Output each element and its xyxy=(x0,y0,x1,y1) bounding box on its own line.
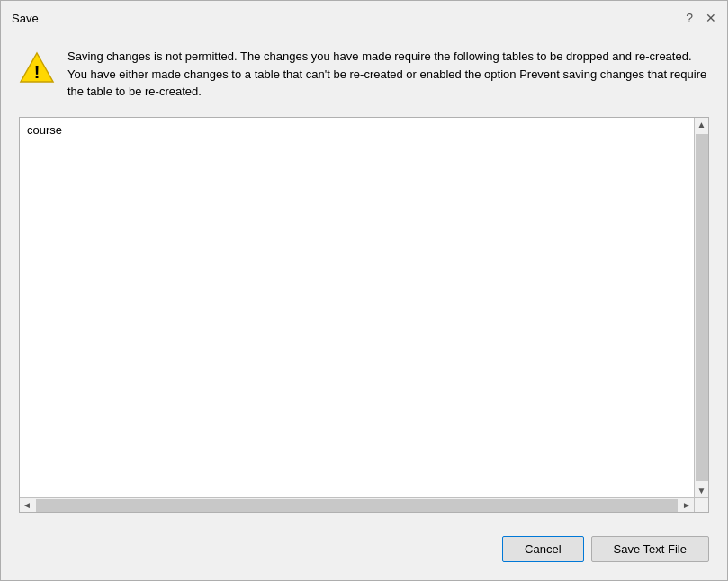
table-list-item: course xyxy=(27,123,701,137)
dialog-footer: Cancel Save Text File xyxy=(1,522,727,580)
svg-text:!: ! xyxy=(34,62,40,82)
table-list-inner: course xyxy=(20,118,708,513)
scroll-thumb-horizontal[interactable] xyxy=(36,499,678,512)
scroll-right-arrow[interactable]: ► xyxy=(679,498,694,513)
close-button[interactable]: ✕ xyxy=(706,12,716,24)
scroll-up-arrow[interactable]: ▲ xyxy=(695,118,709,132)
scroll-down-arrow[interactable]: ▼ xyxy=(695,483,709,497)
save-text-file-button[interactable]: Save Text File xyxy=(591,536,709,562)
scrollbar-corner xyxy=(694,497,708,512)
message-text: Saving changes is not permitted. The cha… xyxy=(67,48,709,101)
table-list-container: course ▲ ▼ ◄ ► xyxy=(19,117,709,514)
help-button[interactable]: ? xyxy=(686,12,693,24)
message-area: ! Saving changes is not permitted. The c… xyxy=(19,48,709,101)
scroll-left-arrow[interactable]: ◄ xyxy=(20,498,34,513)
dialog-body: ! Saving changes is not permitted. The c… xyxy=(1,33,727,522)
title-bar: Save ? ✕ xyxy=(1,1,727,33)
save-dialog: Save ? ✕ ! Saving changes is not permitt… xyxy=(0,0,728,581)
vertical-scrollbar[interactable]: ▲ ▼ xyxy=(694,118,708,498)
horizontal-scrollbar[interactable]: ◄ ► xyxy=(20,497,694,512)
dialog-title: Save xyxy=(12,12,39,25)
title-bar-controls: ? ✕ xyxy=(686,12,716,24)
scroll-thumb-vertical[interactable] xyxy=(696,134,708,482)
warning-icon: ! xyxy=(19,49,55,85)
cancel-button[interactable]: Cancel xyxy=(502,536,583,562)
title-bar-left: Save xyxy=(12,12,39,25)
